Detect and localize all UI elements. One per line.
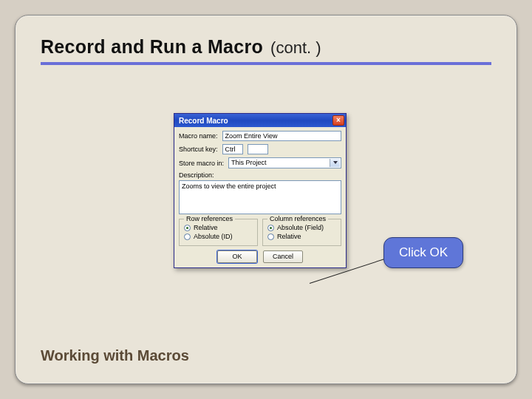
col-ref-relative-label: Relative xyxy=(277,233,301,240)
row-references-group: Row references Relative Absolute (ID) xyxy=(179,219,258,246)
close-icon[interactable]: × xyxy=(332,115,344,126)
dialog-titlebar[interactable]: Record Macro × xyxy=(174,114,346,127)
chevron-down-icon xyxy=(333,161,338,164)
row-references-legend: Row references xyxy=(184,215,235,222)
macro-name-row: Macro name: Zoom Entire View xyxy=(179,131,341,141)
macro-name-label: Macro name: xyxy=(179,132,218,140)
row-ref-relative-label: Relative xyxy=(194,224,218,231)
row-ref-absolute-label: Absolute (ID) xyxy=(194,233,233,240)
shortcut-row: Shortcut key: Ctrl xyxy=(179,144,341,154)
reference-groups: Row references Relative Absolute (ID) Co… xyxy=(179,219,341,246)
slide-footer: Working with Macros xyxy=(41,347,189,364)
store-in-select[interactable]: This Project xyxy=(228,157,341,168)
slide-title-continuation: (cont. ) xyxy=(270,38,321,58)
col-ref-absolute-label: Absolute (Field) xyxy=(277,224,324,231)
radio-icon xyxy=(184,225,191,231)
shortcut-key-input[interactable] xyxy=(248,144,268,154)
description-label: Description: xyxy=(179,171,341,179)
col-references-group: Column references Absolute (Field) Relat… xyxy=(262,219,341,246)
store-in-value: This Project xyxy=(231,159,267,166)
cancel-button[interactable]: Cancel xyxy=(263,250,303,263)
row-ref-absolute[interactable]: Absolute (ID) xyxy=(184,233,253,240)
record-macro-dialog: Record Macro × Macro name: Zoom Entire V… xyxy=(174,113,347,268)
dialog-button-row: OK Cancel xyxy=(179,250,341,263)
macro-name-input[interactable]: Zoom Entire View xyxy=(222,131,341,141)
dialog-body: Macro name: Zoom Entire View Shortcut ke… xyxy=(174,127,346,267)
ok-button[interactable]: OK xyxy=(217,250,257,263)
store-in-label: Store macro in: xyxy=(179,160,224,167)
store-in-row: Store macro in: This Project xyxy=(179,157,341,168)
radio-icon xyxy=(267,233,274,240)
shortcut-label: Shortcut key: xyxy=(179,146,218,153)
slide-title: Record and Run a Macro xyxy=(41,36,263,58)
radio-icon xyxy=(267,225,274,231)
description-input[interactable]: Zooms to view the entire project xyxy=(179,180,341,214)
callout-text: Click OK xyxy=(399,245,448,259)
callout-bubble: Click OK xyxy=(383,237,463,268)
slide-title-row: Record and Run a Macro (cont. ) xyxy=(41,36,491,65)
slide-frame: Record and Run a Macro (cont. ) Record M… xyxy=(15,15,517,384)
shortcut-modifier: Ctrl xyxy=(222,144,243,154)
col-ref-relative[interactable]: Relative xyxy=(267,233,336,240)
col-references-legend: Column references xyxy=(267,215,328,222)
row-ref-relative[interactable]: Relative xyxy=(184,224,253,231)
radio-icon xyxy=(184,233,191,240)
dialog-title: Record Macro xyxy=(179,117,228,125)
col-ref-absolute[interactable]: Absolute (Field) xyxy=(267,224,336,231)
